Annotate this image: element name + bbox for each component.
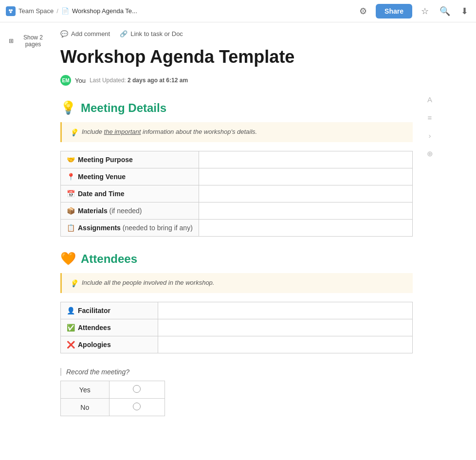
attendees-table: 👤Facilitator ✅Attendees ❌Apologies bbox=[60, 302, 413, 353]
show-pages-button[interactable]: ⊞ Show 2 pages bbox=[6, 32, 53, 50]
attendee-emoji-0: 👤 bbox=[67, 307, 75, 314]
left-sidebar: ⊞ Show 2 pages bbox=[0, 22, 53, 436]
attendee-label-cell-2: ❌Apologies bbox=[61, 336, 158, 353]
svg-point-0 bbox=[9, 9, 11, 11]
doc-icon: 📄 bbox=[61, 7, 69, 15]
row-emoji-4: 📋 bbox=[67, 224, 75, 232]
link-task-button[interactable]: 🔗 Link to task or Doc bbox=[120, 30, 183, 37]
meeting-details-heading: 💡 Meeting Details bbox=[60, 100, 413, 115]
main-layout: ⊞ Show 2 pages 💬 Add comment 🔗 Link to t… bbox=[0, 22, 476, 436]
no-label: No bbox=[61, 399, 110, 416]
table-row: 📅Date and Time bbox=[61, 185, 413, 202]
right-gutter: A ≡ › ⊕ bbox=[422, 22, 437, 436]
meeting-label-cell-1: 📍Meeting Venue bbox=[61, 168, 199, 185]
attendees-callout-text: Include all the people involved in the w… bbox=[82, 279, 214, 286]
right-gutter-icon-plus: ⊕ bbox=[427, 149, 433, 158]
record-meeting-label: Record the meeting? bbox=[66, 368, 129, 376]
attendee-value-cell-2[interactable] bbox=[158, 336, 413, 353]
attendee-emoji-2: ❌ bbox=[67, 341, 75, 349]
settings-icon-btn[interactable]: ⚙ bbox=[357, 4, 369, 18]
meeting-value-cell-3[interactable] bbox=[199, 202, 412, 220]
no-radio-cell[interactable] bbox=[109, 399, 165, 416]
attendees-emoji: 🧡 bbox=[60, 251, 76, 266]
meeting-details-emoji: 💡 bbox=[60, 100, 76, 115]
right-gutter-icon-a: A bbox=[427, 95, 432, 104]
attendee-emoji-1: ✅ bbox=[67, 324, 75, 331]
row-emoji-1: 📍 bbox=[67, 173, 75, 181]
attendee-value-cell-1[interactable] bbox=[158, 319, 413, 336]
author-row: EM You Last Updated: 2 days ago at 6:12 … bbox=[60, 75, 413, 86]
content-area: 💬 Add comment 🔗 Link to task or Doc Work… bbox=[53, 22, 422, 436]
search-icon-btn[interactable]: 🔍 bbox=[438, 4, 452, 18]
callout-hint-icon: 💡 bbox=[70, 129, 78, 136]
share-button[interactable]: Share bbox=[376, 4, 412, 18]
link-icon: 🔗 bbox=[120, 30, 128, 37]
yes-radio-icon[interactable] bbox=[133, 385, 141, 393]
meeting-value-cell-1[interactable] bbox=[199, 168, 412, 185]
meeting-label-cell-3: 📦Materials (if needed) bbox=[61, 202, 199, 220]
row-emoji-0: 🤝 bbox=[67, 156, 75, 164]
row-emoji-3: 📦 bbox=[67, 207, 75, 215]
add-comment-button[interactable]: 💬 Add comment bbox=[60, 30, 110, 37]
pages-icon: ⊞ bbox=[9, 37, 14, 44]
team-space-icon bbox=[6, 6, 16, 16]
right-gutter-icon-outline: ≡ bbox=[428, 113, 432, 122]
record-label-row: Record the meeting? bbox=[60, 368, 413, 376]
meeting-label-cell-0: 🤝Meeting Purpose bbox=[61, 151, 199, 168]
meeting-value-cell-0[interactable] bbox=[199, 151, 412, 168]
download-icon-btn[interactable]: ⬇ bbox=[459, 4, 470, 18]
avatar: EM bbox=[60, 75, 71, 86]
meeting-label-cell-2: 📅Date and Time bbox=[61, 185, 199, 202]
table-row: Yes bbox=[61, 381, 165, 399]
attendees-heading: 🧡 Attendees bbox=[60, 251, 413, 266]
table-row: ✅Attendees bbox=[61, 319, 413, 336]
record-meeting-section: Record the meeting? Yes No bbox=[60, 368, 413, 416]
table-row: 👤Facilitator bbox=[61, 302, 413, 319]
table-row: 🤝Meeting Purpose bbox=[61, 151, 413, 168]
svg-point-2 bbox=[10, 11, 12, 13]
table-row: 📋Assignments (needed to bring if any) bbox=[61, 220, 413, 237]
table-row: 📦Materials (if needed) bbox=[61, 202, 413, 220]
row-emoji-2: 📅 bbox=[67, 190, 75, 198]
yes-label: Yes bbox=[61, 381, 110, 399]
table-row: ❌Apologies bbox=[61, 336, 413, 353]
toolbar: 💬 Add comment 🔗 Link to task or Doc bbox=[60, 30, 413, 37]
svg-point-1 bbox=[11, 9, 13, 11]
table-row: 📍Meeting Venue bbox=[61, 168, 413, 185]
attendees-title: Attendees bbox=[81, 252, 137, 266]
author-name: You bbox=[75, 77, 86, 84]
attendees-callout: 💡 Include all the people involved in the… bbox=[60, 273, 413, 293]
yes-radio-cell[interactable] bbox=[109, 381, 165, 399]
meeting-value-cell-2[interactable] bbox=[199, 185, 412, 202]
breadcrumb: Team Space / 📄 Workshop Agenda Te... bbox=[6, 6, 137, 16]
last-updated-time: 2 days ago at 6:12 am bbox=[128, 77, 188, 84]
callout-text: Include the important information about … bbox=[82, 128, 257, 135]
meeting-details-table: 🤝Meeting Purpose 📍Meeting Venue 📅Date an… bbox=[60, 151, 413, 237]
last-updated-label: Last Updated: 2 days ago at 6:12 am bbox=[90, 77, 188, 84]
attendee-value-cell-0[interactable] bbox=[158, 302, 413, 319]
meeting-details-callout: 💡 Include the important information abou… bbox=[60, 122, 413, 142]
meeting-label-cell-4: 📋Assignments (needed to bring if any) bbox=[61, 220, 199, 237]
attendee-label-cell-1: ✅Attendees bbox=[61, 319, 158, 336]
show-pages-label: Show 2 pages bbox=[17, 34, 50, 48]
top-bar-actions: ⚙ Share ☆ 🔍 ⬇ bbox=[357, 4, 470, 18]
attendees-hint-icon: 💡 bbox=[70, 279, 78, 287]
attendee-label-cell-0: 👤Facilitator bbox=[61, 302, 158, 319]
yes-no-table: Yes No bbox=[60, 381, 165, 416]
no-radio-icon[interactable] bbox=[133, 403, 141, 410]
page-title: Workshop Agenda Template bbox=[60, 46, 413, 67]
table-row: No bbox=[61, 399, 165, 416]
right-gutter-icon-arrow: › bbox=[429, 131, 431, 140]
team-space-label[interactable]: Team Space bbox=[18, 7, 54, 15]
meeting-details-title: Meeting Details bbox=[81, 101, 166, 115]
callout-underline: the important bbox=[104, 128, 141, 135]
comment-icon: 💬 bbox=[60, 30, 68, 37]
doc-title[interactable]: Workshop Agenda Te... bbox=[72, 7, 137, 15]
meeting-value-cell-4[interactable] bbox=[199, 220, 412, 237]
top-bar: Team Space / 📄 Workshop Agenda Te... ⚙ S… bbox=[0, 0, 476, 22]
breadcrumb-separator: / bbox=[56, 7, 58, 15]
star-icon-btn[interactable]: ☆ bbox=[419, 4, 431, 18]
